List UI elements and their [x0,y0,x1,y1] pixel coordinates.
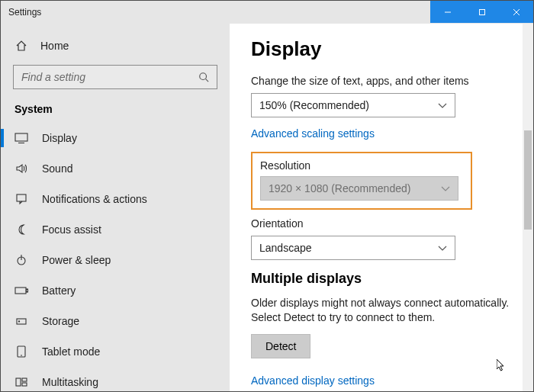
resolution-value: 1920 × 1080 (Recommended) [269,182,410,194]
chevron-down-icon [438,242,447,254]
sidebar-nav: Display Sound Notifications & actions Fo… [1,123,230,391]
svg-rect-13 [17,319,26,324]
resolution-highlight: Resolution 1920 × 1080 (Recommended) [251,152,472,210]
svg-point-4 [200,73,207,80]
sidebar-item-battery[interactable]: Battery [1,275,230,306]
scale-select[interactable]: 150% (Recommended) [251,93,455,117]
resolution-label: Resolution [260,159,463,172]
sidebar-item-multitasking[interactable]: Multitasking [1,367,230,391]
sidebar: Home System Display Sound [1,24,230,391]
advanced-scaling-link[interactable]: Advanced scaling settings [251,127,375,140]
power-icon [14,253,28,267]
sidebar-item-sound[interactable]: Sound [1,153,230,184]
window-controls [430,1,533,23]
svg-rect-18 [22,378,27,381]
content-inner: Display Change the size of text, apps, a… [251,37,510,391]
battery-icon [14,284,28,297]
multiple-displays-heading: Multiple displays [251,271,510,287]
page-title: Display [251,37,510,61]
sidebar-item-label: Battery [42,284,76,297]
sidebar-item-label: Multitasking [42,376,98,388]
sidebar-item-notifications[interactable]: Notifications & actions [1,184,230,214]
resolution-select[interactable]: 1920 × 1080 (Recommended) [260,176,458,201]
multiple-displays-description: Older displays might not always connect … [251,296,510,325]
display-icon [14,131,28,145]
svg-rect-12 [27,289,28,292]
search-input[interactable] [21,71,197,83]
sidebar-item-storage[interactable]: Storage [1,306,230,336]
sidebar-item-label: Focus assist [42,223,101,236]
content-scrollbar[interactable] [523,24,533,391]
svg-rect-11 [15,288,26,294]
sidebar-item-focus-assist[interactable]: Focus assist [1,214,230,245]
settings-window: Settings Home [0,0,534,392]
window-minimize-button[interactable] [430,1,465,23]
sidebar-item-label: Storage [42,315,79,327]
sidebar-item-label: Tablet mode [42,345,100,358]
storage-icon [14,314,28,328]
titlebar: Settings [1,1,533,24]
sidebar-item-power-sleep[interactable]: Power & sleep [1,245,230,275]
svg-rect-17 [16,378,21,386]
sidebar-item-tablet-mode[interactable]: Tablet mode [1,336,230,367]
advanced-display-settings-link[interactable]: Advanced display settings [251,374,375,387]
orientation-value: Landscape [259,242,312,254]
search-box[interactable] [13,65,217,89]
svg-line-5 [206,79,209,82]
scale-value: 150% (Recommended) [259,99,369,111]
sidebar-item-display[interactable]: Display [1,123,230,153]
search-icon [197,70,211,84]
scale-label: Change the size of text, apps, and other… [251,75,510,87]
sidebar-home-label: Home [40,40,69,52]
chevron-down-icon [441,182,450,194]
sidebar-section-title: System [1,98,230,123]
window-maximize-button[interactable] [465,1,499,23]
svg-point-14 [18,321,19,322]
tablet-icon [14,345,28,358]
svg-rect-6 [15,133,27,141]
window-close-button[interactable] [499,1,533,23]
home-icon [14,39,28,53]
focus-icon [14,223,28,236]
detect-button[interactable]: Detect [251,334,310,358]
sidebar-home[interactable]: Home [1,31,230,60]
multitasking-icon [14,375,28,389]
orientation-label: Orientation [251,217,510,230]
orientation-select[interactable]: Landscape [251,236,455,260]
chevron-down-icon [438,99,447,111]
notifications-icon [14,192,28,206]
sidebar-item-label: Notifications & actions [42,193,147,205]
svg-rect-19 [22,383,27,386]
window-body: Home System Display Sound [1,24,533,391]
svg-rect-1 [479,9,484,14]
content-area: Display Change the size of text, apps, a… [230,24,533,391]
sidebar-item-label: Power & sleep [42,254,111,266]
sidebar-item-label: Sound [42,162,72,175]
sidebar-item-label: Display [42,132,77,144]
svg-rect-8 [17,194,26,201]
search-container [1,60,230,98]
window-title: Settings [1,1,430,23]
scrollbar-thumb[interactable] [524,130,532,230]
sound-icon [14,162,28,175]
